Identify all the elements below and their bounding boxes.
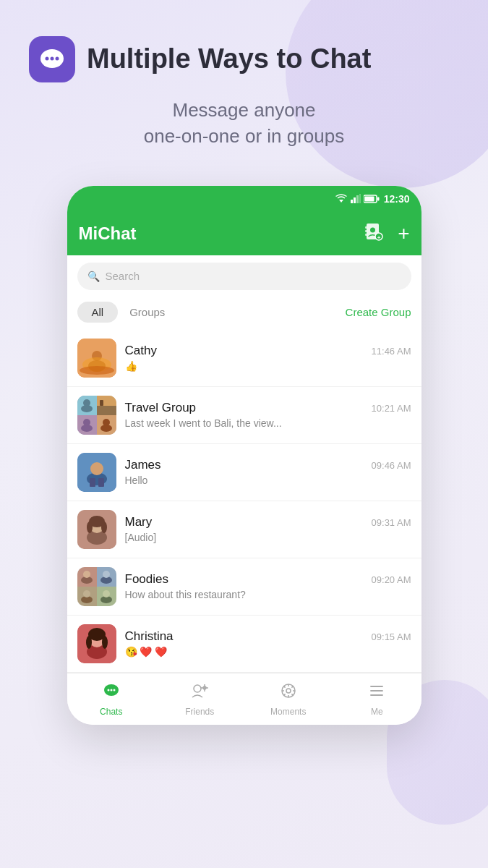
svg-rect-41 (98, 478, 104, 487)
avatar-foodies (77, 567, 116, 606)
svg-point-53 (103, 571, 110, 578)
svg-point-68 (110, 689, 112, 691)
svg-point-27 (83, 399, 90, 407)
search-bar[interactable]: 🔍 Search (77, 263, 411, 290)
nav-item-moments[interactable]: Moments (244, 673, 333, 725)
chat-item-travel-group[interactable]: Travel Group 10:21 AM Last week I went t… (67, 387, 421, 444)
svg-point-76 (286, 689, 291, 693)
search-icon: 🔍 (87, 271, 100, 282)
svg-rect-7 (354, 197, 356, 203)
svg-rect-29 (97, 406, 116, 415)
svg-point-47 (101, 522, 107, 533)
moments-nav-label: Moments (270, 707, 306, 717)
chat-time-christina: 09:15 AM (372, 631, 411, 642)
battery-icon (364, 195, 380, 203)
chat-list: Cathy 11:46 AM 👍 (67, 330, 421, 673)
svg-rect-11 (364, 196, 374, 201)
app-logo-icon (29, 36, 75, 82)
filter-groups-tab[interactable]: Groups (118, 302, 176, 323)
chat-time-travel: 10:21 AM (372, 403, 411, 414)
chat-time-mary: 09:31 AM (372, 517, 411, 528)
app-bar: MiChat + + (67, 212, 421, 255)
chat-item-mary[interactable]: Mary 09:31 AM [Audio] (67, 501, 421, 558)
svg-rect-6 (351, 200, 353, 203)
hero-title: Multiple Ways to Chat (87, 43, 371, 75)
wifi-icon (335, 194, 348, 204)
chat-top-row-cathy: Cathy 11:46 AM (125, 344, 411, 358)
chat-item-foodies[interactable]: Foodies 09:20 AM How about this restaura… (67, 558, 421, 616)
avatar-mary (77, 510, 116, 549)
svg-rect-9 (359, 194, 361, 203)
chat-time-foodies: 09:20 AM (372, 574, 411, 585)
avatar-cathy-img (77, 339, 116, 378)
app-bar-actions: + + (364, 222, 409, 245)
svg-point-17 (370, 227, 375, 232)
svg-line-82 (291, 694, 293, 695)
svg-point-64 (86, 636, 92, 649)
chat-name-foodies: Foodies (125, 572, 168, 587)
friends-nav-icon (190, 681, 209, 705)
svg-point-50 (83, 571, 90, 578)
chat-top-row-james: James 09:46 AM (125, 458, 411, 472)
chat-content-cathy: Cathy 11:46 AM 👍 (125, 344, 411, 372)
svg-line-83 (291, 686, 293, 687)
moments-nav-icon (279, 681, 298, 705)
nav-item-chats[interactable]: Chats (67, 673, 156, 725)
svg-point-46 (87, 522, 93, 533)
status-bar: 12:30 (67, 186, 421, 212)
me-nav-icon (367, 681, 386, 705)
avatar-christina-img (77, 624, 116, 663)
chat-time-cathy: 11:46 AM (372, 346, 411, 357)
chat-item-james[interactable]: James 09:46 AM Hello (67, 444, 421, 501)
chat-preview-james: Hello (125, 475, 411, 486)
chat-top-row-christina: Christina 09:15 AM (125, 629, 411, 644)
svg-rect-30 (100, 400, 103, 406)
chat-item-cathy[interactable]: Cathy 11:46 AM 👍 (67, 330, 421, 387)
contacts-svg: + (364, 222, 383, 241)
add-icon[interactable]: + (398, 222, 409, 245)
svg-rect-40 (90, 478, 95, 487)
filter-all-tab[interactable]: All (77, 302, 119, 323)
svg-point-36 (103, 419, 110, 426)
chats-nav-icon (102, 681, 121, 705)
chat-content-mary: Mary 09:31 AM [Audio] (125, 515, 411, 543)
svg-line-84 (283, 694, 285, 695)
chat-preview-foodies: How about this restaurant? (125, 589, 411, 600)
friends-nav-label: Friends (185, 707, 214, 717)
svg-point-24 (80, 366, 114, 375)
phone-mockup: 12:30 MiChat + + 🔍 (67, 186, 421, 725)
hero-subtitle: Message anyone one-on-one or in groups (29, 97, 459, 150)
chat-content-james: James 09:46 AM Hello (125, 458, 411, 486)
nav-item-me[interactable]: Me (333, 673, 421, 725)
chat-content-foodies: Foodies 09:20 AM How about this restaura… (125, 572, 411, 600)
chat-preview-mary: [Audio] (125, 532, 411, 543)
chats-nav-label: Chats (100, 707, 122, 717)
svg-point-2 (51, 57, 54, 61)
avatar-christina (77, 624, 116, 663)
chat-top-row-travel: Travel Group 10:21 AM (125, 401, 411, 415)
avatar-grid-foodies (77, 567, 116, 606)
svg-rect-8 (356, 195, 359, 203)
svg-point-33 (83, 419, 90, 426)
nav-item-friends[interactable]: Friends (155, 673, 244, 725)
svg-point-69 (113, 689, 115, 691)
avatar-grid-travel (77, 396, 116, 435)
chat-content-christina: Christina 09:15 AM 😘 ❤️ ❤️ (125, 629, 411, 658)
chat-time-james: 09:46 AM (372, 460, 411, 471)
status-icons (335, 194, 380, 204)
contacts-icon[interactable]: + (364, 222, 383, 245)
avatar-mary-img (77, 510, 116, 549)
chat-top-row-mary: Mary 09:31 AM (125, 515, 411, 529)
create-group-button[interactable]: Create Group (346, 306, 411, 318)
svg-point-59 (103, 590, 110, 597)
chat-name-james: James (125, 458, 161, 472)
svg-point-67 (107, 689, 109, 691)
chat-item-christina[interactable]: Christina 09:15 AM 😘 ❤️ ❤️ (67, 616, 421, 673)
bottom-nav: Chats Friends (67, 673, 421, 725)
svg-rect-14 (365, 226, 367, 229)
app-title: MiChat (79, 224, 365, 244)
avatar-cathy (77, 339, 116, 378)
avatar-james-img (77, 453, 116, 492)
chat-name-travel: Travel Group (125, 401, 197, 415)
chat-name-cathy: Cathy (125, 344, 157, 358)
